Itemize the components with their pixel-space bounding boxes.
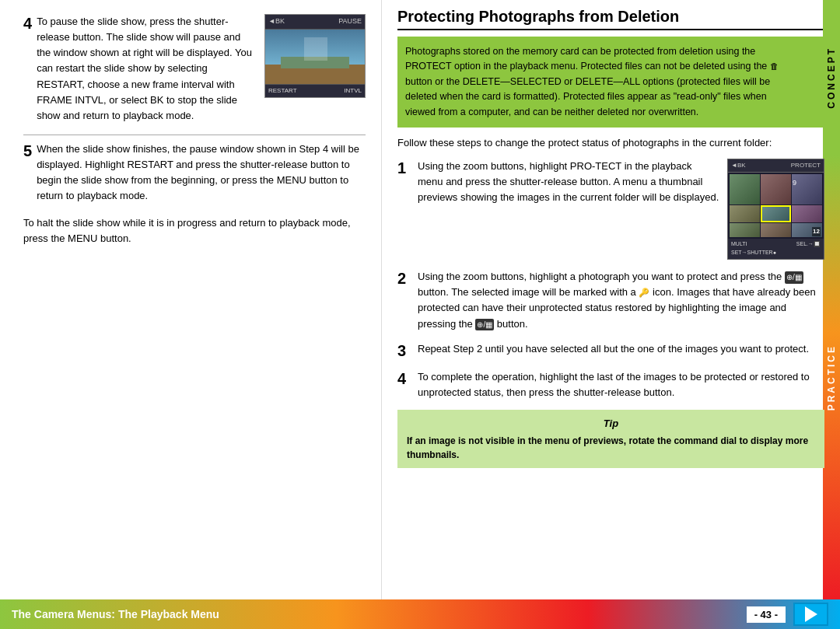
tip-title: Tip — [407, 416, 815, 432]
arrow-right-icon — [805, 606, 817, 622]
screen-bottom-bar: RESTART INTVL — [265, 84, 365, 97]
screen-image — [265, 30, 365, 84]
step-4-item: ◄BK PAUSE — [23, 14, 366, 124]
tip-box: Tip If an image is not visible in the me… — [397, 410, 824, 469]
page-number: - 43 - — [747, 606, 786, 623]
sel-label: SEL.→🔲 — [796, 240, 821, 249]
next-arrow[interactable] — [793, 603, 828, 626]
thumb-7 — [730, 223, 760, 237]
protect-screen: ◄BK PROTECT 9 — [727, 159, 824, 260]
thumb-8 — [761, 223, 791, 237]
step1-inner: Using the zoom buttons, highlight PRO-TE… — [418, 159, 824, 260]
step-3-number: 3 — [397, 341, 413, 360]
concept-label: CONCEPT — [826, 47, 837, 109]
right-step-1: 1 Using the zoom buttons, highlight PRO-… — [397, 159, 824, 260]
step-1-text: Using the zoom buttons, highlight PRO-TE… — [418, 159, 719, 260]
step-2-content: Using the zoom buttons, highlight a phot… — [418, 269, 824, 332]
restart-label: RESTART — [268, 86, 297, 96]
edge-labels: CONCEPT PRACTICE — [823, 0, 840, 599]
intvl-label: INTVL — [344, 86, 362, 96]
thumb-count: 12 — [812, 227, 821, 236]
thumb-4 — [730, 205, 760, 222]
bk-label: ◄BK — [268, 16, 285, 27]
protect-bk: ◄BK — [731, 161, 746, 170]
step-5-item: 5 When the slide show finishes, the paus… — [23, 142, 366, 204]
trash-icon: 🗑 — [770, 60, 779, 73]
concept-text: Photographs stored on the memory card ca… — [405, 46, 779, 117]
step-4-right-number: 4 — [397, 369, 413, 400]
camera-screen-pause: ◄BK PAUSE — [264, 14, 366, 98]
halt-note: To halt the slide show while it is in pr… — [23, 215, 366, 246]
right-step-4: 4 To complete the operation, highlight t… — [397, 369, 824, 400]
practice-edge: PRACTICE — [823, 156, 840, 599]
svg-rect-3 — [304, 37, 327, 61]
footer-right: - 43 - — [747, 603, 828, 626]
protect-grid: 9 12 — [727, 173, 824, 239]
step-4-right-content: To complete the operation, highlight the… — [418, 369, 824, 400]
step-1-content: Using the zoom buttons, highlight PRO-TE… — [418, 159, 824, 260]
step-2-number: 2 — [397, 269, 413, 332]
multi-label: MULTI — [731, 240, 747, 249]
right-column: CONCEPT PRACTICE Protecting Photographs … — [381, 0, 840, 599]
bottom-row-2: SET→SHUTTER● — [731, 249, 821, 257]
step-5-text: When the slide show finishes, the pause … — [37, 142, 366, 204]
thumb-2 — [761, 174, 791, 204]
screen-top-bar: ◄BK PAUSE — [265, 15, 365, 30]
right-step-2: 2 Using the zoom buttons, highlight a ph… — [397, 269, 824, 332]
practice-section: 1 Using the zoom buttons, highlight PRO-… — [397, 159, 824, 468]
thumb-9: 12 — [792, 223, 822, 237]
right-step-3: 3 Repeat Step 2 until you have selected … — [397, 341, 824, 360]
thumb-button-icon: ⊕/▦ — [785, 271, 803, 284]
thumb-1 — [730, 174, 760, 204]
protect-screen-bottom: MULTI SEL.→🔲 SET→SHUTTER● — [727, 239, 824, 260]
step-1-number: 1 — [397, 159, 413, 260]
page-container: ◄BK PAUSE — [0, 0, 840, 629]
section-title: Protecting Photographs from Deletion — [397, 8, 824, 30]
landscape-svg — [265, 30, 365, 84]
step-4-text: To pause the slide show, press the shutt… — [37, 14, 257, 124]
divider — [23, 135, 366, 135]
step-3-content: Repeat Step 2 until you have selected al… — [418, 341, 824, 360]
thumb-5 — [761, 205, 791, 222]
bottom-row-1: MULTI SEL.→🔲 — [731, 240, 821, 249]
footer-text: The Camera Menus: The Playback Menu — [12, 608, 219, 620]
follow-text: Follow these steps to change the protect… — [397, 135, 824, 151]
left-column: ◄BK PAUSE — [0, 0, 381, 599]
footer: The Camera Menus: The Playback Menu - 43… — [0, 599, 840, 629]
pause-screen: ◄BK PAUSE — [264, 14, 366, 98]
concept-edge: CONCEPT — [823, 0, 840, 156]
protect-screen-top: ◄BK PROTECT — [727, 159, 824, 173]
thumb-3: 9 — [792, 174, 822, 204]
set-label: SET→SHUTTER● — [731, 249, 776, 257]
thumb-button-icon-2: ⊕/▦ — [475, 319, 494, 331]
tip-text: If an image is not visible in the menu o… — [407, 434, 815, 462]
concept-box: Photographs stored on the memory card ca… — [397, 37, 824, 128]
protect-label: PROTECT — [791, 161, 821, 170]
main-content: ◄BK PAUSE — [0, 0, 840, 599]
pause-label: PAUSE — [338, 16, 362, 27]
key-icon: 🔑 — [639, 286, 649, 299]
thumb-6 — [792, 205, 822, 222]
step-4-number: 4 — [23, 14, 32, 33]
step-5-number: 5 — [23, 142, 32, 160]
practice-label: PRACTICE — [826, 344, 837, 411]
